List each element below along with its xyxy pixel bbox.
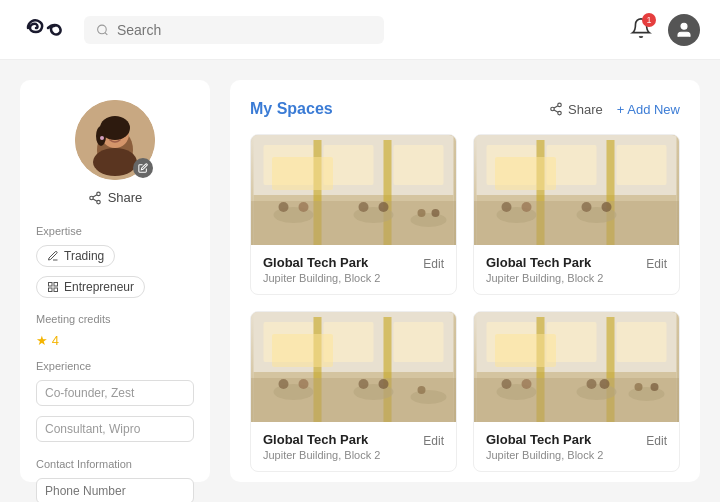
svg-rect-29 [314,140,322,245]
space-img-1 [251,135,456,245]
svg-point-12 [96,200,100,204]
svg-point-38 [418,209,426,217]
space-sub-2: Jupiter Building, Block 2 [486,272,603,284]
add-new-button[interactable]: + Add New [617,102,680,117]
edit-space-3[interactable]: Edit [423,434,444,448]
svg-rect-69 [477,372,677,422]
notif-badge: 1 [642,13,656,27]
svg-rect-44 [617,145,667,185]
experience-field-1[interactable] [36,380,194,406]
svg-point-2 [681,23,687,29]
user-avatar[interactable] [668,14,700,46]
svg-rect-17 [49,288,53,292]
edit-profile-badge[interactable] [133,158,153,178]
share-icon [88,191,102,205]
svg-point-65 [379,379,389,389]
svg-line-13 [93,198,97,200]
svg-point-81 [629,387,665,401]
svg-point-76 [502,379,512,389]
space-card-4: Global Tech Park Jupiter Building, Block… [473,311,680,472]
share-spaces-icon [549,102,563,116]
svg-rect-18 [54,288,58,292]
svg-point-52 [602,202,612,212]
svg-rect-58 [314,317,322,422]
svg-point-9 [100,136,104,140]
edit-space-1[interactable]: Edit [423,257,444,271]
grid-icon [47,281,59,293]
svg-point-63 [354,384,394,400]
svg-point-10 [96,192,100,196]
svg-point-82 [635,383,643,391]
svg-point-64 [359,379,369,389]
edit-space-4[interactable]: Edit [646,434,667,448]
svg-rect-30 [384,140,392,245]
spaces-grid: Global Tech Park Jupiter Building, Block… [250,134,680,472]
space-info-4: Global Tech Park Jupiter Building, Block… [474,422,679,471]
space-card-3: Global Tech Park Jupiter Building, Block… [250,311,457,472]
tag-entrepreneur[interactable]: Entrepreneur [36,276,145,298]
tag-trading[interactable]: Trading [36,245,115,267]
svg-point-21 [558,111,562,115]
space-info-2: Global Tech Park Jupiter Building, Block… [474,245,679,294]
svg-rect-71 [547,322,597,362]
svg-rect-41 [477,195,677,245]
svg-point-51 [582,202,592,212]
header: 1 [0,0,720,60]
space-name-1: Global Tech Park [263,255,380,270]
search-input[interactable] [117,22,372,38]
space-info-3: Global Tech Park Jupiter Building, Block… [251,422,456,471]
svg-point-8 [96,126,106,146]
svg-point-36 [379,202,389,212]
svg-point-19 [558,103,562,107]
svg-point-67 [418,386,426,394]
tag-trading-label: Trading [64,249,104,263]
svg-rect-46 [607,140,615,245]
space-sub-3: Jupiter Building, Block 2 [263,449,380,461]
svg-point-75 [497,384,537,400]
svg-point-31 [274,207,314,223]
svg-point-11 [89,196,93,200]
logo [20,14,84,46]
svg-line-23 [554,106,558,108]
svg-rect-45 [537,140,545,245]
svg-point-78 [577,384,617,400]
space-card-2: Global Tech Park Jupiter Building, Block… [473,134,680,295]
svg-point-32 [279,202,289,212]
svg-rect-74 [607,317,615,422]
svg-rect-26 [264,145,314,185]
profile-pic-wrapper [75,100,155,180]
tag-entrepreneur-label: Entrepreneur [64,280,134,294]
svg-point-83 [651,383,659,391]
svg-rect-42 [487,145,537,185]
svg-rect-59 [384,317,392,422]
main-layout: Share Expertise Trading Entrepreneur Mee… [0,60,720,502]
share-spaces-label: Share [568,102,603,117]
svg-rect-28 [394,145,444,185]
experience-label: Experience [36,360,91,372]
space-sub-1: Jupiter Building, Block 2 [263,272,380,284]
phone-field[interactable] [36,478,194,502]
svg-rect-57 [394,322,444,362]
svg-rect-27 [324,145,374,185]
svg-line-1 [105,32,107,34]
svg-point-77 [522,379,532,389]
svg-point-37 [411,213,447,227]
svg-rect-56 [324,322,374,362]
edit-space-2[interactable]: Edit [646,257,667,271]
svg-line-14 [93,194,97,196]
svg-point-62 [299,379,309,389]
svg-point-48 [502,202,512,212]
space-card-1: Global Tech Park Jupiter Building, Block… [250,134,457,295]
svg-point-0 [98,25,107,34]
spaces-share-button[interactable]: Share [549,102,603,117]
search-bar[interactable] [84,16,384,44]
meeting-credits-stars: ★ 4 [36,333,59,348]
profile-share-button[interactable]: Share [88,190,143,205]
svg-point-79 [587,379,597,389]
svg-point-61 [279,379,289,389]
notification-icon[interactable]: 1 [630,17,652,43]
experience-field-2[interactable] [36,416,194,442]
page-title: My Spaces [250,100,333,118]
svg-point-39 [432,209,440,217]
contact-label: Contact Information [36,458,132,470]
